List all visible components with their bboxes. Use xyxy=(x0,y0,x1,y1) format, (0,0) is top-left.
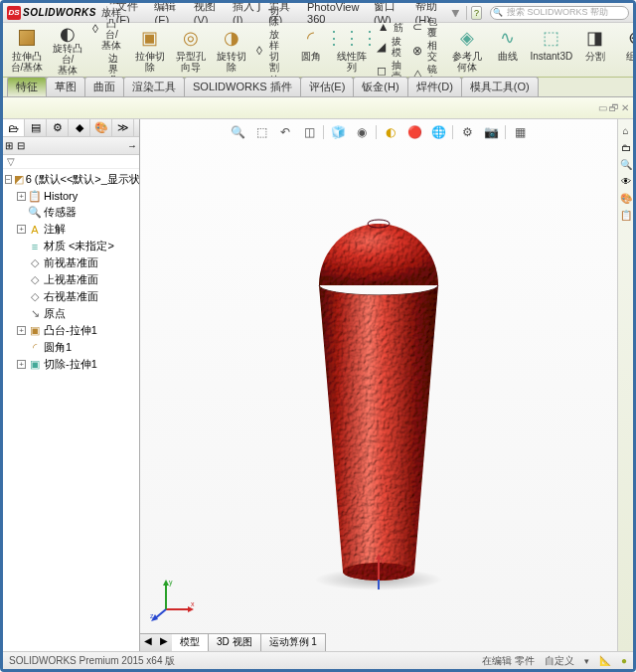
part-icon: ◩ xyxy=(14,173,24,187)
taskpane-appearance-icon[interactable]: 🎨 xyxy=(620,193,632,204)
expand-icon[interactable]: + xyxy=(17,192,26,201)
window-max-icon[interactable]: 🗗 xyxy=(609,102,619,113)
tree-arrow-icon[interactable]: → xyxy=(127,140,137,151)
btab-model[interactable]: 模型 xyxy=(172,634,209,651)
taskpane-view-icon[interactable]: 👁 xyxy=(621,176,631,187)
tab-config-mgr[interactable]: ⚙ xyxy=(47,119,69,136)
cmd-combine[interactable]: ⊕组合 xyxy=(616,25,636,77)
tab-weldments[interactable]: 焊件(D) xyxy=(407,77,462,96)
view-settings-icon[interactable]: ⚙ xyxy=(457,123,477,141)
help-button[interactable]: ? xyxy=(471,6,482,20)
tree-item[interactable]: ◇前视基准面 xyxy=(3,254,139,271)
cmd-wrap[interactable]: ⊂包覆 xyxy=(408,15,443,39)
edit-appearance-icon[interactable]: 🔴 xyxy=(404,123,424,141)
menu-photoview[interactable]: PhotoView 360 xyxy=(302,1,367,25)
cmd-rib[interactable]: ▲筋 xyxy=(373,19,407,35)
display-style-icon[interactable]: ◉ xyxy=(352,123,372,141)
status-rebuild-icon[interactable]: ● xyxy=(621,655,627,666)
viewport-layout-icon[interactable]: ▦ xyxy=(510,123,530,141)
expand-icon[interactable]: + xyxy=(17,225,26,234)
prev-view-icon[interactable]: ↶ xyxy=(275,123,295,141)
tree-collapse-icon[interactable]: ⊟ xyxy=(17,140,25,151)
cmd-sweep-cut[interactable]: ∫扫描切除 xyxy=(252,0,287,28)
tree-item[interactable]: +📋History xyxy=(3,188,139,204)
tab-property-mgr[interactable]: ▤ xyxy=(25,119,47,136)
window-min-icon[interactable]: ▭ xyxy=(598,102,607,113)
svg-text:z: z xyxy=(150,612,154,619)
cmd-ref-geometry[interactable]: ◈参考几 何体 xyxy=(447,25,487,77)
tab-render[interactable]: 渲染工具 xyxy=(123,77,185,96)
doc-toolbar: ▭ 🗗 ✕ xyxy=(3,97,633,119)
cmd-linear-pattern[interactable]: ⋮⋮⋮线性阵 列 xyxy=(332,25,372,77)
cmd-revolve-cut[interactable]: ◑旋转切 除 xyxy=(212,25,251,77)
cmd-hole-wizard[interactable]: ◎异型孔 向导 xyxy=(171,25,211,77)
section-view-icon[interactable]: ◫ xyxy=(299,123,319,141)
taskpane-explorer-icon[interactable]: 🔍 xyxy=(620,159,632,170)
tab-scroll-left-icon[interactable]: ◀ xyxy=(140,634,156,651)
apply-scene-icon[interactable]: 🌐 xyxy=(428,123,448,141)
tab-features[interactable]: 特征 xyxy=(7,77,47,96)
tab-surfaces[interactable]: 曲面 xyxy=(84,77,124,96)
zoom-fit-icon[interactable]: 🔍 xyxy=(228,123,247,141)
tab-dimxpert[interactable]: ◆ xyxy=(69,119,90,136)
tree-filter[interactable]: ▽ xyxy=(3,155,139,169)
expand-icon[interactable]: + xyxy=(17,360,26,369)
tree-item[interactable]: +▣凸台-拉伸1 xyxy=(3,322,139,339)
tab-sketch[interactable]: 草图 xyxy=(46,77,85,96)
tab-display-mgr[interactable]: 🎨 xyxy=(90,119,112,136)
menu-dropdown-icon[interactable]: ⯆ xyxy=(451,8,460,18)
status-unit-icon[interactable]: 📐 xyxy=(599,655,611,666)
feature-icon: ▣ xyxy=(28,358,42,372)
tree-expand-icon[interactable]: ⊞ xyxy=(5,140,13,151)
tab-addins[interactable]: SOLIDWORKS 插件 xyxy=(184,77,301,96)
cmd-extrude-boss[interactable]: 拉伸凸 台/基体 xyxy=(7,25,47,77)
cmd-extrude-cut[interactable]: ▣拉伸切 除 xyxy=(130,25,170,77)
tree-item[interactable]: +▣切除-拉伸1 xyxy=(3,356,139,373)
cmd-split[interactable]: ◨分割 xyxy=(575,25,615,77)
tab-sheetmetal[interactable]: 钣金(H) xyxy=(353,77,407,96)
tab-more[interactable]: ≫ xyxy=(112,119,134,136)
tree-root-label: 6 (默认<<默认>_显示状态 1>) xyxy=(26,172,139,187)
svg-text:y: y xyxy=(382,555,386,564)
cmd-revolve-boss[interactable]: ◐旋转凸台/ 基体 xyxy=(48,25,87,77)
tree-item-label: 凸台-拉伸1 xyxy=(44,323,97,338)
render-tools-icon[interactable]: 📷 xyxy=(481,123,501,141)
cmd-instant3d[interactable]: ⬚Instant3D xyxy=(532,25,571,77)
tree-item-label: 右视基准面 xyxy=(44,289,98,304)
tree-item[interactable]: ◇上视基准面 xyxy=(3,271,139,288)
taskpane-property-icon[interactable]: 📋 xyxy=(620,210,632,221)
expand-icon[interactable]: + xyxy=(17,326,26,335)
graphics-viewport[interactable]: 🔍 ⬚ ↶ ◫ 🧊 ◉ ◐ 🔴 🌐 ⚙ 📷 ▦ xyxy=(140,119,617,651)
status-custom[interactable]: 自定义 xyxy=(545,654,574,668)
feature-icon: ↘ xyxy=(28,307,42,321)
tab-scroll-right-icon[interactable]: ▶ xyxy=(156,634,172,651)
status-bar: SOLIDWORKS Premium 2015 x64 版 在编辑 零件 自定义… xyxy=(3,651,633,669)
tree-root[interactable]: − ◩ 6 (默认<<默认>_显示状态 1>) xyxy=(3,171,139,188)
tab-feature-tree[interactable]: 🗁 xyxy=(3,119,25,136)
tab-evaluate[interactable]: 评估(E) xyxy=(300,77,355,96)
tree-item[interactable]: ◜圆角1 xyxy=(3,339,139,356)
search-input[interactable]: 搜索 SOLIDWORKS 帮助 xyxy=(490,6,629,20)
tree-item[interactable]: ≡材质 <未指定> xyxy=(3,238,139,254)
tree-item[interactable]: ◇右视基准面 xyxy=(3,288,139,305)
tab-mold[interactable]: 模具工具(O) xyxy=(461,77,539,96)
cmd-loft-boss[interactable]: ◊放样凸台/基体 xyxy=(88,6,126,52)
cmd-curves[interactable]: ∿曲线 xyxy=(488,25,528,77)
window-close-icon[interactable]: ✕ xyxy=(621,102,629,113)
taskpane-lib-icon[interactable]: 🗀 xyxy=(621,142,631,153)
view-orient-icon[interactable]: 🧊 xyxy=(328,123,348,141)
cmd-draft[interactable]: ◢拔模 xyxy=(373,35,407,59)
tree-item[interactable]: 🔍传感器 xyxy=(3,204,139,221)
tree-item[interactable]: ↘原点 xyxy=(3,305,139,322)
ribbon: 拉伸凸 台/基体 ◐旋转凸台/ 基体 ∫扫描 ◊放样凸台/基体 ▱边界凸台/基体… xyxy=(3,23,633,78)
cmd-loft-cut[interactable]: ◊放样切割 xyxy=(252,28,287,74)
cmd-intersect[interactable]: ⊗相交 xyxy=(408,39,443,63)
taskpane-home-icon[interactable]: ⌂ xyxy=(622,125,628,136)
tree-item[interactable]: +A注解 xyxy=(3,221,139,238)
btab-3dview[interactable]: 3D 视图 xyxy=(209,634,261,651)
expand-icon[interactable]: − xyxy=(5,175,12,184)
zoom-area-icon[interactable]: ⬚ xyxy=(251,123,271,141)
btab-motion[interactable]: 运动算例 1 xyxy=(261,634,326,651)
view-triad[interactable]: xyz xyxy=(148,576,196,623)
hide-show-icon[interactable]: ◐ xyxy=(381,123,400,141)
